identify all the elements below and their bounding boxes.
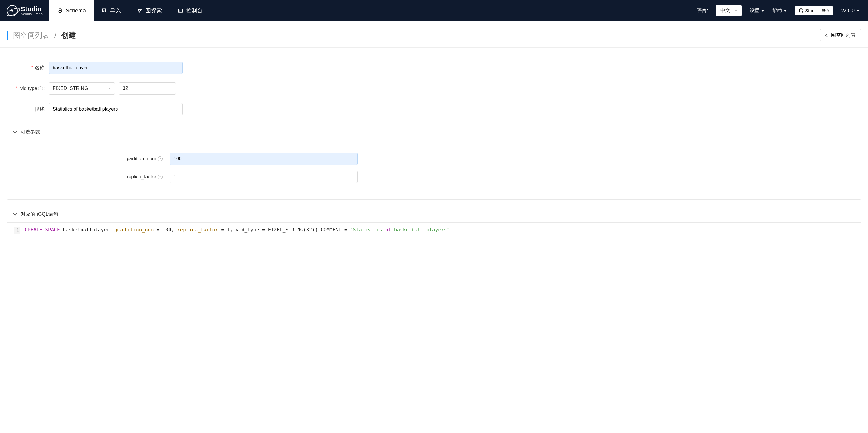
tok: SPACE [45, 227, 60, 233]
ngql-header[interactable]: 对应的nGQL语句 [7, 206, 861, 223]
tab-label: 导入 [110, 7, 121, 14]
optional-params-header[interactable]: 可选参数 [7, 124, 861, 140]
tok: = 1, vid_type = FIXED_STRING(32)) COMMEN… [218, 227, 350, 233]
vidtype-select[interactable]: FIXED_STRING [49, 82, 115, 95]
schema-icon [57, 8, 63, 13]
partition-label-text: partition_num [127, 156, 156, 162]
nav-tabs: Schema 导入 图探索 控制台 [49, 0, 211, 21]
chevron-down-icon [857, 10, 860, 11]
github-star-label: Star [805, 8, 813, 13]
ngql-code: 1 CREATE SPACE basketballplayer (partiti… [7, 223, 861, 246]
brand-logo-icon [7, 5, 18, 16]
row-vidtype: vid type? : FIXED_STRING [7, 82, 861, 95]
svg-rect-5 [178, 9, 183, 12]
tok: basketballplayer [63, 227, 110, 233]
breadcrumb-bar: 图空间列表 / 创建 图空间列表 [0, 21, 868, 48]
code-line: 1 CREATE SPACE basketballplayer (partiti… [14, 227, 854, 234]
svg-point-4 [139, 11, 140, 12]
breadcrumb-sep: / [55, 31, 57, 39]
tab-import[interactable]: 导入 [94, 0, 129, 21]
tab-explore[interactable]: 图探索 [129, 0, 170, 21]
language-value: 中文 [720, 8, 730, 14]
desc-input[interactable] [49, 103, 183, 115]
name-input[interactable] [49, 62, 183, 74]
help-menu[interactable]: 帮助 [772, 8, 787, 14]
svg-point-0 [60, 10, 61, 11]
version-select[interactable]: v3.0.0 [841, 8, 860, 13]
brand-subtitle: Nebula Graph [21, 12, 42, 16]
accent-bar [7, 31, 8, 40]
help-icon[interactable]: ? [38, 86, 43, 91]
replica-label-text: replica_factor [127, 174, 156, 180]
language-label: 语言: [697, 8, 708, 14]
vidtype-label: vid type? : [7, 86, 49, 91]
help-icon[interactable]: ? [158, 174, 162, 179]
code-text[interactable]: CREATE SPACE basketballplayer (partition… [25, 227, 450, 233]
graph-icon [137, 8, 143, 13]
brand[interactable]: Studio Nebula Graph [0, 0, 49, 21]
tok: CREATE [25, 227, 42, 233]
language-select[interactable]: 中文 [716, 5, 742, 16]
row-partition-num: partition_num? : [14, 153, 854, 165]
tok: basketball players" [391, 227, 450, 233]
chevron-down-icon [108, 88, 111, 90]
row-desc: 描述: [7, 103, 861, 115]
panel-title: 可选参数 [21, 129, 40, 135]
optional-params-panel: 可选参数 partition_num? : replica_factor? : [7, 124, 861, 200]
optional-params-body: partition_num? : replica_factor? : [7, 140, 861, 199]
tok: "Statistics [350, 227, 385, 233]
github-icon [799, 8, 804, 13]
console-icon [178, 8, 183, 13]
chevron-down-icon [13, 212, 17, 215]
tok: = 100, [154, 227, 177, 233]
vidtype-label-text: vid type [21, 86, 37, 91]
tok: ( [110, 227, 115, 233]
desc-label: 描述: [7, 106, 49, 112]
vidtype-length-input[interactable] [119, 82, 176, 95]
replica-factor-input[interactable] [169, 171, 358, 183]
import-icon [102, 8, 107, 13]
chevron-down-icon [734, 10, 738, 11]
partition-num-input[interactable] [169, 153, 358, 165]
row-replica-factor: replica_factor? : [14, 171, 854, 183]
chevron-down-icon [761, 10, 764, 11]
nav-right: 语言: 中文 设置 帮助 Star 659 v3.0.0 [688, 0, 868, 21]
tok: partition_num [116, 227, 154, 233]
back-to-list-button[interactable]: 图空间列表 [820, 29, 861, 41]
partition-num-label: partition_num? : [14, 156, 169, 162]
tab-label: Schema [66, 8, 86, 14]
chevron-down-icon [784, 10, 787, 11]
panel-title: 对应的nGQL语句 [21, 211, 58, 218]
back-button-label: 图空间列表 [831, 32, 856, 39]
brand-title: Studio [21, 5, 42, 12]
tab-label: 图探索 [146, 7, 162, 14]
settings-menu[interactable]: 设置 [750, 8, 764, 14]
row-name: 名称: [7, 62, 861, 74]
breadcrumb-parent[interactable]: 图空间列表 [13, 30, 50, 40]
chevron-down-icon [13, 130, 17, 133]
tab-console[interactable]: 控制台 [170, 0, 211, 21]
vidtype-value: FIXED_STRING [53, 86, 88, 91]
ngql-panel: 对应的nGQL语句 1 CREATE SPACE basketballplaye… [7, 206, 861, 246]
github-star-button[interactable]: Star 659 [795, 6, 834, 15]
line-number: 1 [14, 227, 21, 234]
breadcrumb-current: 创建 [61, 30, 76, 40]
create-space-form: 名称: vid type? : FIXED_STRING 描述: 可选参数 pa… [0, 48, 868, 259]
name-label: 名称: [7, 65, 49, 71]
breadcrumb: 图空间列表 / 创建 [7, 30, 76, 40]
github-star-count: 659 [817, 6, 833, 15]
replica-factor-label: replica_factor? : [14, 174, 169, 180]
tab-label: 控制台 [186, 7, 203, 14]
tab-schema[interactable]: Schema [49, 0, 94, 21]
top-nav: Studio Nebula Graph Schema 导入 图探索 控制台 语言… [0, 0, 868, 21]
settings-label: 设置 [750, 8, 760, 14]
brand-text: Studio Nebula Graph [21, 5, 42, 16]
version-label: v3.0.0 [841, 8, 855, 13]
tok: of [385, 227, 391, 233]
tok: replica_factor [177, 227, 218, 233]
chevron-left-icon [825, 33, 829, 37]
help-icon[interactable]: ? [158, 156, 162, 161]
svg-point-2 [138, 9, 139, 10]
help-label: 帮助 [772, 8, 782, 14]
